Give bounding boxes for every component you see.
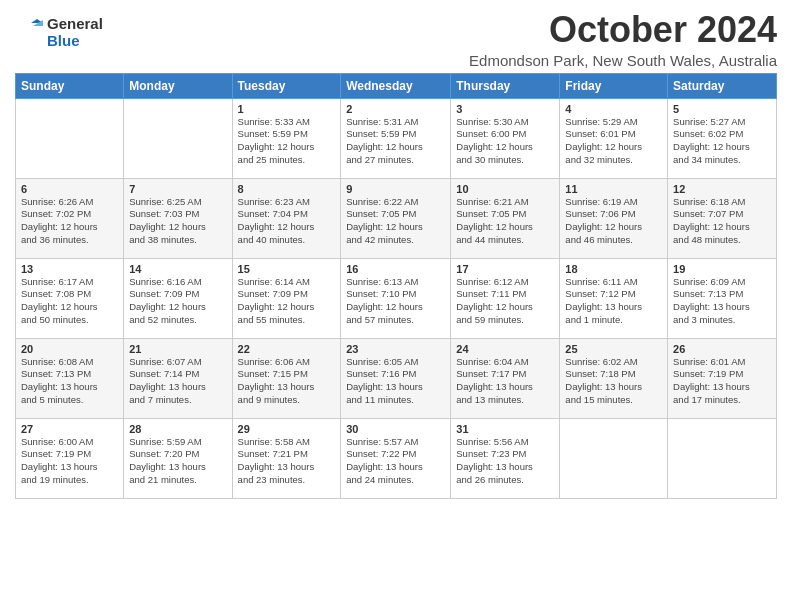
day-info: Sunrise: 6:21 AM Sunset: 7:05 PM Dayligh… [456, 196, 554, 247]
day-number: 3 [456, 103, 554, 115]
day-number: 1 [238, 103, 336, 115]
day-number: 23 [346, 343, 445, 355]
calendar-cell: 24Sunrise: 6:04 AM Sunset: 7:17 PM Dayli… [451, 338, 560, 418]
day-number: 13 [21, 263, 118, 275]
calendar-cell: 25Sunrise: 6:02 AM Sunset: 7:18 PM Dayli… [560, 338, 668, 418]
day-info: Sunrise: 5:30 AM Sunset: 6:00 PM Dayligh… [456, 116, 554, 167]
calendar-cell: 17Sunrise: 6:12 AM Sunset: 7:11 PM Dayli… [451, 258, 560, 338]
calendar-cell [16, 98, 124, 178]
day-number: 19 [673, 263, 771, 275]
day-number: 9 [346, 183, 445, 195]
day-number: 8 [238, 183, 336, 195]
calendar-week-0: 1Sunrise: 5:33 AM Sunset: 5:59 PM Daylig… [16, 98, 777, 178]
day-number: 26 [673, 343, 771, 355]
day-number: 15 [238, 263, 336, 275]
header-sunday: Sunday [16, 73, 124, 98]
day-info: Sunrise: 6:25 AM Sunset: 7:03 PM Dayligh… [129, 196, 226, 247]
day-info: Sunrise: 5:29 AM Sunset: 6:01 PM Dayligh… [565, 116, 662, 167]
calendar-cell: 29Sunrise: 5:58 AM Sunset: 7:21 PM Dayli… [232, 418, 341, 498]
day-info: Sunrise: 5:58 AM Sunset: 7:21 PM Dayligh… [238, 436, 336, 487]
day-info: Sunrise: 6:17 AM Sunset: 7:08 PM Dayligh… [21, 276, 118, 327]
day-number: 5 [673, 103, 771, 115]
calendar-cell: 7Sunrise: 6:25 AM Sunset: 7:03 PM Daylig… [124, 178, 232, 258]
logo-general: General [47, 16, 103, 33]
day-number: 6 [21, 183, 118, 195]
day-number: 28 [129, 423, 226, 435]
calendar-cell [668, 418, 777, 498]
calendar-cell: 12Sunrise: 6:18 AM Sunset: 7:07 PM Dayli… [668, 178, 777, 258]
day-number: 17 [456, 263, 554, 275]
day-info: Sunrise: 5:27 AM Sunset: 6:02 PM Dayligh… [673, 116, 771, 167]
calendar-cell: 3Sunrise: 5:30 AM Sunset: 6:00 PM Daylig… [451, 98, 560, 178]
day-info: Sunrise: 6:12 AM Sunset: 7:11 PM Dayligh… [456, 276, 554, 327]
calendar-table: Sunday Monday Tuesday Wednesday Thursday… [15, 73, 777, 499]
day-info: Sunrise: 5:31 AM Sunset: 5:59 PM Dayligh… [346, 116, 445, 167]
calendar-cell: 20Sunrise: 6:08 AM Sunset: 7:13 PM Dayli… [16, 338, 124, 418]
day-info: Sunrise: 6:11 AM Sunset: 7:12 PM Dayligh… [565, 276, 662, 327]
logo-text: General Blue [47, 16, 103, 49]
calendar-cell: 30Sunrise: 5:57 AM Sunset: 7:22 PM Dayli… [341, 418, 451, 498]
day-info: Sunrise: 6:04 AM Sunset: 7:17 PM Dayligh… [456, 356, 554, 407]
header-tuesday: Tuesday [232, 73, 341, 98]
calendar-cell: 19Sunrise: 6:09 AM Sunset: 7:13 PM Dayli… [668, 258, 777, 338]
header-monday: Monday [124, 73, 232, 98]
day-info: Sunrise: 6:07 AM Sunset: 7:14 PM Dayligh… [129, 356, 226, 407]
day-info: Sunrise: 6:22 AM Sunset: 7:05 PM Dayligh… [346, 196, 445, 247]
day-number: 11 [565, 183, 662, 195]
day-info: Sunrise: 5:59 AM Sunset: 7:20 PM Dayligh… [129, 436, 226, 487]
calendar-week-1: 6Sunrise: 6:26 AM Sunset: 7:02 PM Daylig… [16, 178, 777, 258]
day-number: 7 [129, 183, 226, 195]
logo: General Blue [15, 16, 103, 49]
calendar-cell [560, 418, 668, 498]
day-info: Sunrise: 6:26 AM Sunset: 7:02 PM Dayligh… [21, 196, 118, 247]
day-info: Sunrise: 6:13 AM Sunset: 7:10 PM Dayligh… [346, 276, 445, 327]
calendar-cell: 4Sunrise: 5:29 AM Sunset: 6:01 PM Daylig… [560, 98, 668, 178]
calendar-cell: 21Sunrise: 6:07 AM Sunset: 7:14 PM Dayli… [124, 338, 232, 418]
calendar-cell: 13Sunrise: 6:17 AM Sunset: 7:08 PM Dayli… [16, 258, 124, 338]
day-number: 27 [21, 423, 118, 435]
calendar-cell: 28Sunrise: 5:59 AM Sunset: 7:20 PM Dayli… [124, 418, 232, 498]
day-number: 2 [346, 103, 445, 115]
day-number: 16 [346, 263, 445, 275]
calendar-header-row: Sunday Monday Tuesday Wednesday Thursday… [16, 73, 777, 98]
day-info: Sunrise: 5:56 AM Sunset: 7:23 PM Dayligh… [456, 436, 554, 487]
calendar-week-4: 27Sunrise: 6:00 AM Sunset: 7:19 PM Dayli… [16, 418, 777, 498]
calendar-cell: 31Sunrise: 5:56 AM Sunset: 7:23 PM Dayli… [451, 418, 560, 498]
page: General Blue October 2024 Edmondson Park… [0, 0, 792, 509]
calendar-week-3: 20Sunrise: 6:08 AM Sunset: 7:13 PM Dayli… [16, 338, 777, 418]
calendar-cell: 15Sunrise: 6:14 AM Sunset: 7:09 PM Dayli… [232, 258, 341, 338]
day-info: Sunrise: 6:16 AM Sunset: 7:09 PM Dayligh… [129, 276, 226, 327]
day-number: 20 [21, 343, 118, 355]
logo-blue: Blue [47, 33, 103, 50]
header-saturday: Saturday [668, 73, 777, 98]
day-number: 14 [129, 263, 226, 275]
calendar-cell: 11Sunrise: 6:19 AM Sunset: 7:06 PM Dayli… [560, 178, 668, 258]
calendar-cell [124, 98, 232, 178]
calendar-cell: 14Sunrise: 6:16 AM Sunset: 7:09 PM Dayli… [124, 258, 232, 338]
day-number: 18 [565, 263, 662, 275]
calendar-cell: 2Sunrise: 5:31 AM Sunset: 5:59 PM Daylig… [341, 98, 451, 178]
calendar-cell: 26Sunrise: 6:01 AM Sunset: 7:19 PM Dayli… [668, 338, 777, 418]
calendar-cell: 5Sunrise: 5:27 AM Sunset: 6:02 PM Daylig… [668, 98, 777, 178]
calendar-cell: 1Sunrise: 5:33 AM Sunset: 5:59 PM Daylig… [232, 98, 341, 178]
header: General Blue October 2024 Edmondson Park… [15, 10, 777, 69]
day-info: Sunrise: 6:09 AM Sunset: 7:13 PM Dayligh… [673, 276, 771, 327]
title-area: October 2024 Edmondson Park, New South W… [469, 10, 777, 69]
day-number: 4 [565, 103, 662, 115]
logo-bird-icon [15, 19, 43, 47]
logo-container: General Blue [15, 16, 103, 49]
calendar-cell: 9Sunrise: 6:22 AM Sunset: 7:05 PM Daylig… [341, 178, 451, 258]
day-number: 31 [456, 423, 554, 435]
header-friday: Friday [560, 73, 668, 98]
calendar-cell: 22Sunrise: 6:06 AM Sunset: 7:15 PM Dayli… [232, 338, 341, 418]
day-info: Sunrise: 6:08 AM Sunset: 7:13 PM Dayligh… [21, 356, 118, 407]
day-info: Sunrise: 6:14 AM Sunset: 7:09 PM Dayligh… [238, 276, 336, 327]
day-info: Sunrise: 6:06 AM Sunset: 7:15 PM Dayligh… [238, 356, 336, 407]
day-number: 12 [673, 183, 771, 195]
day-info: Sunrise: 6:18 AM Sunset: 7:07 PM Dayligh… [673, 196, 771, 247]
day-number: 25 [565, 343, 662, 355]
day-number: 10 [456, 183, 554, 195]
calendar-week-2: 13Sunrise: 6:17 AM Sunset: 7:08 PM Dayli… [16, 258, 777, 338]
calendar-cell: 27Sunrise: 6:00 AM Sunset: 7:19 PM Dayli… [16, 418, 124, 498]
location-title: Edmondson Park, New South Wales, Austral… [469, 52, 777, 69]
